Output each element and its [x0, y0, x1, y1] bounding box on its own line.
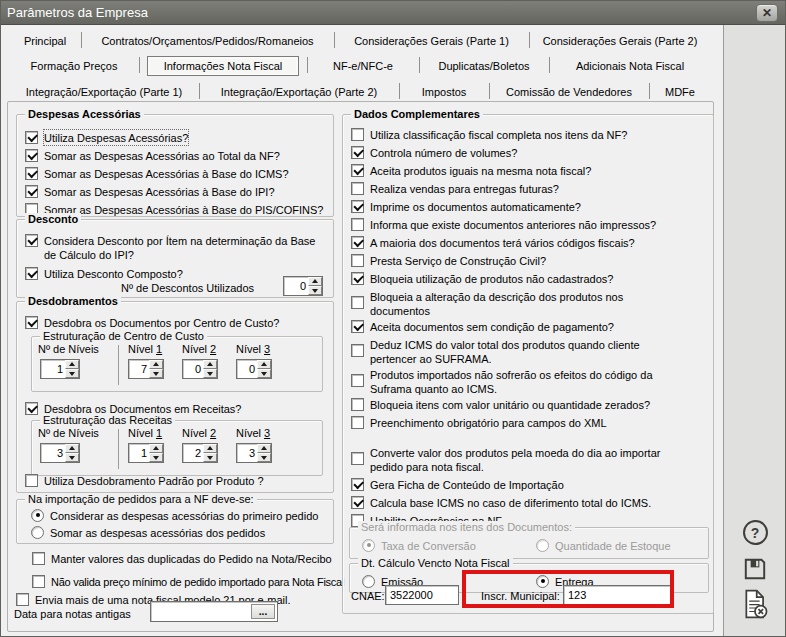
checkbox-deduz-icms-suframa[interactable]: Deduz ICMS do valor total dos produtos q… [351, 337, 663, 366]
nivel1-spinner[interactable]: 7 [128, 359, 164, 379]
checkbox-somar-base-ipi[interactable]: Somar as Despesas Acessórias à Base do I… [25, 184, 325, 199]
checkbox-importados-codigo-suframa[interactable]: Produtos importados não sofrerão os efei… [351, 367, 669, 396]
checkbox-preenchimento-obrigatorio-xml[interactable]: Preenchimento obrigatório para campos do… [351, 415, 696, 430]
checkbox[interactable] [25, 316, 38, 329]
checkbox-varios-codigos-fiscais[interactable]: A maioria dos documentos terá vários cód… [351, 235, 696, 250]
checkbox[interactable] [351, 164, 364, 177]
checkbox-somar-base-icms[interactable]: Somar as Despesas Acessórias à Base do I… [25, 166, 325, 181]
spin-up-icon[interactable] [65, 360, 79, 369]
spin-up-icon[interactable] [203, 444, 217, 453]
checkbox[interactable] [351, 218, 364, 231]
checkbox-classificacao-fiscal-completa[interactable]: Utiliza classificação fiscal completa no… [351, 127, 696, 142]
help-button[interactable]: ? [723, 520, 786, 545]
checkbox-imprime-automaticamente[interactable]: Imprime os documentos automaticamente? [351, 199, 696, 214]
nivel3-spinner[interactable]: 0 [236, 359, 272, 379]
nivel1-spinner[interactable]: 1 [128, 443, 164, 463]
checkbox[interactable] [25, 267, 38, 280]
tab-informacoes-nota-fiscal[interactable]: Informações Nota Fiscal [139, 53, 307, 78]
close-button[interactable]: ✕ [756, 4, 778, 22]
tab-consideracoes-gerais-parte-1[interactable]: Considerações Gerais (Parte 1) [334, 28, 529, 53]
checkbox[interactable] [351, 200, 364, 213]
spin-down-icon[interactable] [308, 286, 322, 295]
checkbox-converte-valor-moeda[interactable]: Converte valor dos produtos pela moeda d… [351, 445, 675, 474]
cancel-document-button[interactable] [723, 589, 786, 619]
spin-down-icon[interactable] [203, 453, 217, 462]
spin-down-icon[interactable] [203, 369, 217, 378]
spin-down-icon[interactable] [149, 369, 163, 378]
checkbox-nao-valida-preco-minimo[interactable]: Não valida preço mínimo de pedido import… [32, 574, 344, 589]
tab-consideracoes-gerais-parte-2[interactable]: Considerações Gerais (Parte 2) [529, 28, 711, 53]
checkbox[interactable] [351, 128, 364, 141]
checkbox-informa-nao-impressos[interactable]: Informa que existe documentos anteriores… [351, 217, 696, 232]
save-button[interactable] [723, 556, 786, 582]
checkbox[interactable] [25, 234, 38, 247]
radio[interactable] [31, 526, 44, 539]
spin-up-icon[interactable] [257, 444, 271, 453]
nivel3-spinner[interactable]: 3 [236, 443, 272, 463]
checkbox[interactable] [32, 552, 45, 565]
checkbox[interactable] [351, 272, 364, 285]
checkbox[interactable] [25, 167, 38, 180]
radio[interactable] [362, 575, 375, 588]
checkbox-manter-valores-duplicadas[interactable]: Manter valores das duplicadas do Pedido … [32, 551, 342, 566]
checkbox[interactable] [351, 416, 364, 429]
spin-up-icon[interactable] [257, 360, 271, 369]
checkbox[interactable] [25, 131, 38, 144]
checkbox-construcao-civil[interactable]: Presta Serviço de Construção Civil? [351, 253, 696, 268]
tab-duplicatas-boletos[interactable]: Duplicatas/Boletos [419, 53, 549, 78]
checkbox[interactable] [351, 236, 364, 249]
tab-principal[interactable]: Principal [9, 28, 81, 53]
checkbox[interactable] [351, 478, 364, 491]
checkbox-bloqueia-itens-zerados[interactable]: Bloqueia itens com valor unitário ou qua… [351, 397, 696, 412]
checkbox[interactable] [351, 398, 364, 411]
tab-nfe-nfce[interactable]: NF-e/NFC-e [307, 53, 419, 78]
radio-considerar-despesas-primeiro-pedido[interactable]: Considerar as despesas acessórias do pri… [31, 508, 331, 523]
niveis-spinner[interactable]: 3 [40, 443, 80, 463]
checkbox[interactable] [351, 254, 364, 267]
checkbox-sem-condicao-pagamento[interactable]: Aceita documentos sem condição de pagame… [351, 319, 696, 334]
checkbox-utiliza-despesas[interactable]: Utiliza Despesas Acessórias? [25, 130, 325, 145]
checkbox-somar-total-nf[interactable]: Somar as Despesas Acessórias ao Total da… [25, 148, 325, 163]
spin-up-icon[interactable] [149, 444, 163, 453]
checkbox[interactable] [32, 575, 45, 588]
tab-formacao-precos[interactable]: Formação Preços [9, 53, 139, 78]
checkbox[interactable] [25, 149, 38, 162]
spin-down-icon[interactable] [65, 453, 79, 462]
spin-up-icon[interactable] [203, 360, 217, 369]
checkbox-produtos-iguais[interactable]: Aceita produtos iguais na mesma nota fis… [351, 163, 696, 178]
checkbox-bloqueia-produtos-nao-cadastrados[interactable]: Bloqueia utilização de produtos não cada… [351, 271, 696, 286]
descontos-utilizados-spinner[interactable]: 0 [283, 276, 323, 296]
checkbox[interactable] [351, 374, 364, 387]
checkbox-desdobramento-padrao-produto[interactable]: Utiliza Desdobramento Padrão por Produto… [25, 473, 325, 488]
checkbox[interactable] [351, 146, 364, 159]
spin-up-icon[interactable] [65, 444, 79, 453]
checkbox-utiliza-desconto-composto[interactable]: Utiliza Desconto Composto? [25, 266, 317, 281]
checkbox-controla-volumes[interactable]: Controla número de volumes? [351, 145, 696, 160]
nivel2-spinner[interactable]: 0 [182, 359, 218, 379]
nivel2-spinner[interactable]: 2 [182, 443, 218, 463]
checkbox[interactable] [25, 474, 38, 487]
checkbox-desdobra-centro-custo[interactable]: Desdobra os Documentos por Centro de Cus… [25, 315, 325, 330]
checkbox[interactable] [351, 344, 364, 357]
checkbox[interactable] [351, 452, 364, 465]
data-notas-antigas-browse-button[interactable]: ... [251, 604, 275, 619]
checkbox[interactable] [351, 496, 364, 509]
tab-contratos-orcamentos-pedidos-romaneios[interactable]: Contratos/Orçamentos/Pedidos/Romaneios [81, 28, 334, 53]
checkbox-calcula-base-icms-diferimento[interactable]: Calcula base ICMS no caso de diferimento… [351, 495, 696, 510]
checkbox[interactable] [16, 593, 29, 606]
checkbox-entregas-futuras[interactable]: Realiza vendas para entregas futuras? [351, 181, 696, 196]
radio[interactable] [31, 509, 44, 522]
spin-up-icon[interactable] [308, 277, 322, 286]
spin-up-icon[interactable] [149, 360, 163, 369]
checkbox-bloqueia-alteracao-descricao[interactable]: Bloqueia a alteração da descrição dos pr… [351, 289, 646, 318]
niveis-spinner[interactable]: 1 [40, 359, 80, 379]
radio-somar-despesas-pedidos[interactable]: Somar as despesas acessórias dos pedidos [31, 525, 331, 540]
spin-down-icon[interactable] [65, 369, 79, 378]
checkbox[interactable] [351, 182, 364, 195]
checkbox[interactable] [351, 296, 364, 309]
spin-down-icon[interactable] [257, 453, 271, 462]
checkbox[interactable] [25, 402, 38, 415]
tab-adicionais-nota-fiscal[interactable]: Adicionais Nota Fiscal [549, 53, 711, 78]
checkbox-gera-ficha-conteudo-importacao[interactable]: Gera Ficha de Conteúdo de Importação [351, 477, 696, 492]
checkbox[interactable] [25, 185, 38, 198]
